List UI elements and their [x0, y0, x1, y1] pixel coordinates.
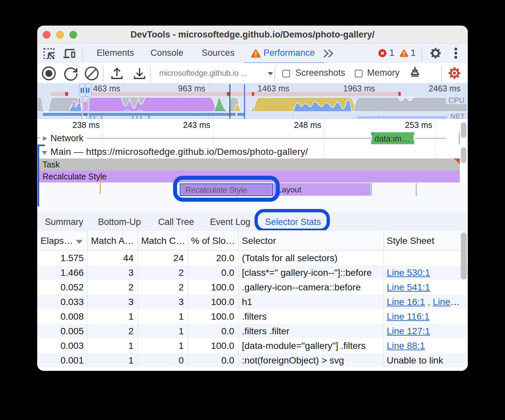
svg-text:963 ms: 963 ms [178, 84, 205, 93]
svg-text:1463 ms: 1463 ms [257, 84, 289, 93]
svg-text:1963 ms: 1963 ms [343, 84, 375, 93]
svg-text:463 ms: 463 ms [93, 84, 120, 93]
svg-text:CPU: CPU [448, 96, 464, 105]
svg-text:NET: NET [450, 112, 465, 119]
svg-text:2463 ms: 2463 ms [429, 84, 460, 93]
